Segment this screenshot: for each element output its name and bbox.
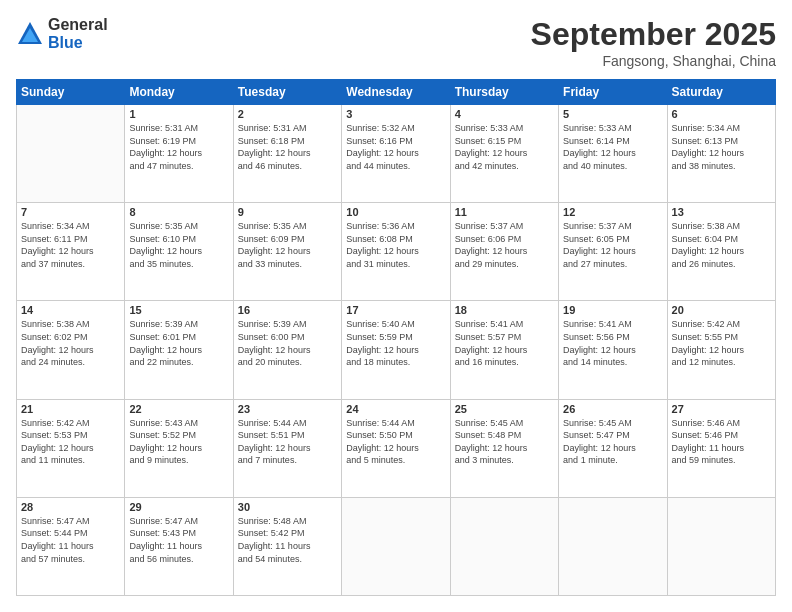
day-number: 24 <box>346 403 445 415</box>
cell-info: Sunrise: 5:37 AM <box>455 220 554 233</box>
cell-info: and 5 minutes. <box>346 454 445 467</box>
cell-info: Daylight: 12 hours <box>346 245 445 258</box>
cell-info: Daylight: 12 hours <box>21 245 120 258</box>
cell-info: Sunset: 5:55 PM <box>672 331 771 344</box>
calendar-table: SundayMondayTuesdayWednesdayThursdayFrid… <box>16 79 776 596</box>
weekday-header-friday: Friday <box>559 80 667 105</box>
day-number: 11 <box>455 206 554 218</box>
cell-info: Sunrise: 5:43 AM <box>129 417 228 430</box>
cell-info: Daylight: 12 hours <box>129 344 228 357</box>
cell-info: Sunrise: 5:42 AM <box>21 417 120 430</box>
cell-info: Sunrise: 5:41 AM <box>455 318 554 331</box>
cell-info: Sunset: 6:00 PM <box>238 331 337 344</box>
cell-info: Sunrise: 5:39 AM <box>129 318 228 331</box>
weekday-header-tuesday: Tuesday <box>233 80 341 105</box>
calendar-cell: 16Sunrise: 5:39 AMSunset: 6:00 PMDayligh… <box>233 301 341 399</box>
weekday-header-row: SundayMondayTuesdayWednesdayThursdayFrid… <box>17 80 776 105</box>
day-number: 12 <box>563 206 662 218</box>
cell-info: Sunset: 6:06 PM <box>455 233 554 246</box>
cell-info: and 18 minutes. <box>346 356 445 369</box>
cell-info: Daylight: 12 hours <box>672 344 771 357</box>
cell-info: and 11 minutes. <box>21 454 120 467</box>
day-number: 30 <box>238 501 337 513</box>
cell-info: Sunrise: 5:32 AM <box>346 122 445 135</box>
cell-info: and 54 minutes. <box>238 553 337 566</box>
day-number: 22 <box>129 403 228 415</box>
cell-info: and 33 minutes. <box>238 258 337 271</box>
cell-info: Sunset: 6:14 PM <box>563 135 662 148</box>
cell-info: Sunset: 5:56 PM <box>563 331 662 344</box>
day-number: 19 <box>563 304 662 316</box>
calendar-cell: 18Sunrise: 5:41 AMSunset: 5:57 PMDayligh… <box>450 301 558 399</box>
calendar-cell: 17Sunrise: 5:40 AMSunset: 5:59 PMDayligh… <box>342 301 450 399</box>
cell-info: Daylight: 12 hours <box>238 442 337 455</box>
calendar-week-row: 7Sunrise: 5:34 AMSunset: 6:11 PMDaylight… <box>17 203 776 301</box>
cell-info: Daylight: 12 hours <box>21 442 120 455</box>
logo: General Blue <box>16 16 108 52</box>
cell-info: and 26 minutes. <box>672 258 771 271</box>
cell-info: Sunset: 6:01 PM <box>129 331 228 344</box>
day-number: 9 <box>238 206 337 218</box>
cell-info: Daylight: 12 hours <box>455 147 554 160</box>
cell-info: and 47 minutes. <box>129 160 228 173</box>
cell-info: Sunrise: 5:35 AM <box>129 220 228 233</box>
cell-info: Sunset: 6:10 PM <box>129 233 228 246</box>
cell-info: Sunset: 6:02 PM <box>21 331 120 344</box>
cell-info: Sunset: 6:05 PM <box>563 233 662 246</box>
calendar-cell: 25Sunrise: 5:45 AMSunset: 5:48 PMDayligh… <box>450 399 558 497</box>
cell-info: Sunrise: 5:31 AM <box>129 122 228 135</box>
cell-info: Sunset: 6:09 PM <box>238 233 337 246</box>
cell-info: Sunset: 5:42 PM <box>238 527 337 540</box>
cell-info: and 40 minutes. <box>563 160 662 173</box>
day-number: 15 <box>129 304 228 316</box>
cell-info: Sunrise: 5:44 AM <box>238 417 337 430</box>
cell-info: Sunset: 5:44 PM <box>21 527 120 540</box>
day-number: 2 <box>238 108 337 120</box>
weekday-header-wednesday: Wednesday <box>342 80 450 105</box>
day-number: 14 <box>21 304 120 316</box>
cell-info: and 16 minutes. <box>455 356 554 369</box>
cell-info: Sunrise: 5:33 AM <box>455 122 554 135</box>
day-number: 26 <box>563 403 662 415</box>
calendar-week-row: 21Sunrise: 5:42 AMSunset: 5:53 PMDayligh… <box>17 399 776 497</box>
cell-info: Daylight: 11 hours <box>672 442 771 455</box>
day-number: 18 <box>455 304 554 316</box>
cell-info: Sunset: 5:53 PM <box>21 429 120 442</box>
cell-info: and 31 minutes. <box>346 258 445 271</box>
calendar-week-row: 28Sunrise: 5:47 AMSunset: 5:44 PMDayligh… <box>17 497 776 595</box>
cell-info: Daylight: 12 hours <box>563 147 662 160</box>
cell-info: Daylight: 11 hours <box>21 540 120 553</box>
cell-info: Daylight: 12 hours <box>455 245 554 258</box>
day-number: 21 <box>21 403 120 415</box>
day-number: 23 <box>238 403 337 415</box>
day-number: 16 <box>238 304 337 316</box>
day-number: 1 <box>129 108 228 120</box>
day-number: 29 <box>129 501 228 513</box>
cell-info: Sunset: 6:18 PM <box>238 135 337 148</box>
calendar-cell: 14Sunrise: 5:38 AMSunset: 6:02 PMDayligh… <box>17 301 125 399</box>
weekday-header-monday: Monday <box>125 80 233 105</box>
cell-info: Sunset: 5:52 PM <box>129 429 228 442</box>
cell-info: Sunset: 6:15 PM <box>455 135 554 148</box>
cell-info: Sunrise: 5:38 AM <box>672 220 771 233</box>
day-number: 7 <box>21 206 120 218</box>
cell-info: Sunrise: 5:42 AM <box>672 318 771 331</box>
header: General Blue September 2025 Fangsong, Sh… <box>16 16 776 69</box>
day-number: 8 <box>129 206 228 218</box>
day-number: 17 <box>346 304 445 316</box>
month-title: September 2025 <box>531 16 776 53</box>
cell-info: and 20 minutes. <box>238 356 337 369</box>
cell-info: Daylight: 11 hours <box>129 540 228 553</box>
cell-info: Daylight: 12 hours <box>455 344 554 357</box>
calendar-cell <box>559 497 667 595</box>
calendar-cell: 10Sunrise: 5:36 AMSunset: 6:08 PMDayligh… <box>342 203 450 301</box>
cell-info: Sunrise: 5:47 AM <box>129 515 228 528</box>
cell-info: Sunrise: 5:31 AM <box>238 122 337 135</box>
calendar-cell: 7Sunrise: 5:34 AMSunset: 6:11 PMDaylight… <box>17 203 125 301</box>
cell-info: and 29 minutes. <box>455 258 554 271</box>
cell-info: Sunrise: 5:36 AM <box>346 220 445 233</box>
cell-info: Daylight: 12 hours <box>238 147 337 160</box>
cell-info: Sunrise: 5:48 AM <box>238 515 337 528</box>
day-number: 6 <box>672 108 771 120</box>
day-number: 27 <box>672 403 771 415</box>
